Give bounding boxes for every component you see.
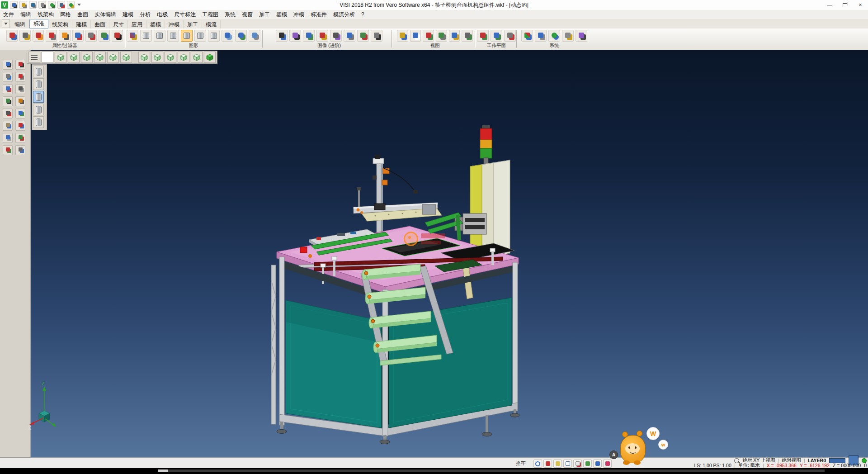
side-extend-icon[interactable] — [15, 109, 25, 118]
attr-minus-icon[interactable] — [112, 30, 123, 42]
gfx-cylinder-5-icon[interactable] — [208, 30, 220, 42]
side-rotate-icon[interactable] — [3, 84, 13, 94]
menu-modeling[interactable]: 建模 — [119, 10, 137, 19]
menu-help[interactable]: ? — [358, 10, 368, 19]
gfx-cylinder-1-icon[interactable] — [140, 30, 152, 42]
3d-viewport[interactable] — [30, 50, 868, 457]
filter-solid-4-icon[interactable] — [33, 116, 44, 128]
filter-solid-3-icon[interactable] — [33, 104, 44, 115]
attr-pencil-icon[interactable] — [72, 30, 84, 42]
qat-print-icon[interactable] — [38, 1, 46, 9]
menu-progress[interactable]: 冲模 — [290, 10, 307, 19]
tab-edit[interactable]: 编辑 — [11, 20, 29, 28]
view-left-icon[interactable] — [81, 52, 93, 63]
view-dynamic-icon[interactable] — [462, 30, 473, 42]
tab-surface[interactable]: 曲面 — [91, 20, 109, 28]
menu-analysis[interactable]: 分析 — [137, 10, 154, 19]
menu-wireframe[interactable]: 线架构 — [34, 10, 57, 19]
wp-axes-icon[interactable] — [477, 30, 489, 42]
tab-mould[interactable]: 塑模 — [146, 20, 165, 28]
side-copy-icon[interactable] — [3, 145, 13, 155]
view-zoom-icon[interactable] — [397, 30, 408, 42]
tab-standard[interactable]: 标准 — [29, 19, 48, 28]
side-mirror-icon[interactable] — [15, 84, 25, 94]
gfx-cylinder-active-icon[interactable] — [181, 30, 193, 42]
view-previous-icon[interactable] — [449, 30, 460, 42]
menu-mould[interactable]: 塑模 — [273, 10, 290, 19]
menu-flow-analysis[interactable]: 模流分析 — [330, 10, 358, 19]
view-iso-se-icon[interactable] — [165, 52, 176, 63]
sys-monitor-icon[interactable] — [535, 30, 547, 42]
qat-open-icon[interactable] — [19, 1, 27, 9]
gfx-database-1-icon[interactable] — [222, 30, 233, 42]
qat-refresh-icon[interactable] — [48, 1, 56, 9]
attr-grid-icon[interactable] — [59, 30, 70, 42]
img-texture-icon[interactable] — [303, 30, 315, 42]
menu-solid-edit[interactable]: 实体编辑 — [91, 10, 119, 19]
menu-standard-parts[interactable]: 标准件 — [307, 10, 330, 19]
qat-help-icon[interactable] — [67, 1, 75, 9]
side-scale-icon[interactable] — [3, 96, 13, 106]
side-move-icon[interactable] — [3, 72, 13, 82]
view-right-icon[interactable] — [94, 52, 106, 63]
side-paste-icon[interactable] — [15, 145, 25, 155]
img-material-icon[interactable] — [330, 30, 342, 42]
status-e-icon[interactable] — [543, 460, 552, 468]
view-top-icon[interactable] — [55, 52, 66, 63]
snap-toggle[interactable]: 拴牢 — [516, 460, 526, 467]
gfx-database-2-icon[interactable] — [235, 30, 247, 42]
attr-filter-icon[interactable] — [99, 30, 110, 42]
status-2-icon[interactable] — [563, 460, 572, 468]
img-glasses-icon[interactable] — [276, 30, 288, 42]
gfx-cylinder-4-icon[interactable] — [194, 30, 206, 42]
view-iso-nw-icon[interactable] — [151, 52, 163, 63]
view-bottom-icon[interactable] — [120, 52, 132, 63]
view-front-icon[interactable] — [68, 52, 80, 63]
attr-print-icon[interactable] — [19, 30, 31, 42]
view-iso-sw-icon[interactable] — [178, 52, 189, 63]
status-cube-icon[interactable] — [593, 460, 602, 468]
menu-file[interactable]: 文件 — [0, 10, 17, 19]
view-iso-ne-icon[interactable] — [138, 52, 150, 63]
gfx-cylinder-3-icon[interactable] — [167, 30, 179, 42]
sys-color-icon[interactable] — [521, 30, 533, 42]
wp-origin-icon[interactable] — [504, 30, 516, 42]
qat-new-icon[interactable] — [10, 1, 18, 9]
magnifier-icon[interactable] — [734, 458, 739, 463]
horizontal-scrollbar-thumb[interactable] — [158, 469, 168, 472]
menu-machining[interactable]: 加工 — [256, 10, 273, 19]
status-pencil-icon[interactable] — [573, 460, 582, 468]
side-trim-icon[interactable] — [3, 109, 13, 118]
attr-delete-icon[interactable] — [85, 30, 97, 42]
view-list-icon[interactable] — [28, 52, 40, 63]
tab-dropdown-icon[interactable] — [2, 19, 10, 28]
menu-system[interactable]: 系统 — [222, 10, 239, 19]
close-button[interactable]: × — [853, 0, 868, 10]
attr-edit-icon[interactable] — [6, 30, 18, 42]
restore-button[interactable] — [837, 0, 853, 10]
tab-progress[interactable]: 冲模 — [165, 20, 184, 28]
menu-surface[interactable]: 曲面 — [74, 10, 91, 19]
tab-flow[interactable]: 模流 — [202, 20, 221, 28]
attr-cut-icon[interactable] — [46, 30, 57, 42]
img-light-icon[interactable] — [316, 30, 328, 42]
gfx-render-icon[interactable] — [127, 30, 138, 42]
view-blank-icon[interactable] — [42, 52, 53, 63]
status-help-icon[interactable] — [533, 460, 542, 468]
menu-drawing[interactable]: 工程图 — [199, 10, 222, 19]
status-key-icon[interactable] — [553, 460, 562, 468]
sys-tablet-icon[interactable] — [576, 30, 587, 42]
gfx-database-3-icon[interactable] — [249, 30, 260, 42]
menu-edit[interactable]: 编辑 — [17, 10, 34, 19]
qat-undo-icon[interactable] — [57, 1, 65, 9]
view-rotate-icon[interactable] — [423, 30, 434, 42]
minimize-button[interactable]: — — [822, 0, 837, 10]
tab-wireframe[interactable]: 线架构 — [48, 20, 72, 28]
menu-electrode[interactable]: 电极 — [154, 10, 171, 19]
sys-globe-icon[interactable] — [548, 30, 560, 42]
side-erase-icon[interactable] — [15, 72, 25, 82]
side-offset-icon[interactable] — [15, 96, 25, 106]
tab-application[interactable]: 应用 — [128, 20, 146, 28]
side-measure-icon[interactable] — [15, 121, 25, 131]
tab-dimension[interactable]: 尺寸 — [109, 20, 128, 28]
